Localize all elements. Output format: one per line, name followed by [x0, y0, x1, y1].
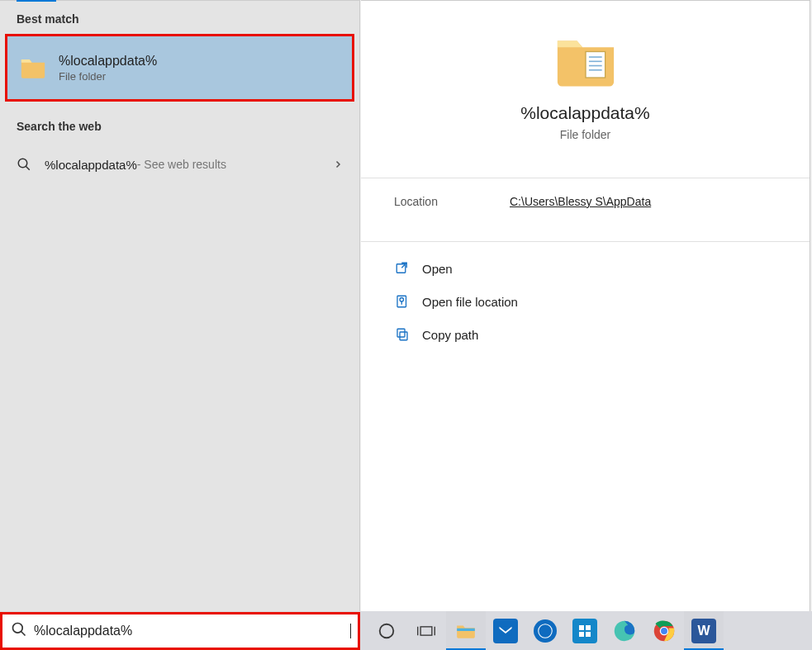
word-button[interactable]: W: [684, 611, 724, 650]
open-action[interactable]: Open: [394, 252, 776, 285]
action-label: Open file location: [422, 295, 518, 309]
taskbar-apps: W: [360, 611, 724, 650]
svg-line-1: [26, 166, 30, 170]
location-icon: [394, 293, 411, 310]
svg-rect-23: [579, 632, 584, 637]
dell-app-button[interactable]: [525, 611, 565, 650]
best-match-text: %localappdata% File folder: [59, 54, 157, 83]
copy-path-action[interactable]: Copy path: [394, 318, 776, 351]
chevron-right-icon: [333, 156, 343, 173]
preview-panel: %localappdata% File folder Location C:\U…: [361, 0, 810, 611]
svg-point-28: [661, 628, 667, 634]
svg-point-14: [380, 624, 394, 638]
actions-list: Open Open file location Copy path: [361, 242, 810, 361]
svg-point-12: [13, 623, 23, 633]
preview-subtitle: File folder: [361, 128, 810, 141]
best-match-title: %localappdata%: [59, 54, 157, 69]
taskbar: W: [0, 611, 812, 650]
best-match-subtitle: File folder: [59, 70, 157, 83]
task-view-button[interactable]: [406, 611, 446, 650]
search-web-header: Search the web: [0, 102, 359, 141]
text-caret: [350, 624, 351, 638]
file-explorer-button[interactable]: [446, 611, 486, 650]
open-icon: [394, 260, 411, 277]
search-input[interactable]: [34, 624, 349, 638]
open-file-location-action[interactable]: Open file location: [394, 285, 776, 318]
svg-rect-2: [586, 52, 605, 78]
location-row: Location C:\Users\Blessy S\AppData: [361, 178, 810, 225]
svg-rect-11: [397, 329, 405, 337]
folder-icon: [19, 54, 47, 82]
edge-button[interactable]: [605, 611, 644, 650]
svg-point-0: [18, 159, 27, 168]
active-tab-indicator: [17, 0, 56, 2]
search-results-panel: Best match %localappdata% File folder Se…: [0, 0, 360, 611]
copy-icon: [394, 326, 411, 343]
mail-button[interactable]: [486, 611, 525, 650]
svg-line-13: [21, 631, 26, 635]
preview-title: %localappdata%: [361, 103, 810, 123]
web-result-title: %localappdata%: [45, 158, 137, 172]
location-value[interactable]: C:\Users\Blessy S\AppData: [510, 195, 651, 208]
svg-rect-15: [420, 626, 432, 634]
svg-rect-24: [586, 632, 591, 637]
svg-point-9: [400, 298, 404, 302]
svg-rect-22: [586, 625, 591, 630]
search-icon: [17, 157, 31, 172]
microsoft-store-button[interactable]: [565, 611, 605, 650]
web-result-row[interactable]: %localappdata% - See web results: [0, 146, 359, 183]
svg-rect-21: [579, 625, 584, 630]
location-label: Location: [394, 195, 510, 208]
best-match-result[interactable]: %localappdata% File folder: [5, 34, 354, 102]
cortana-button[interactable]: [367, 611, 406, 650]
action-label: Copy path: [422, 328, 478, 342]
best-match-header: Best match: [0, 1, 359, 34]
taskbar-search-box[interactable]: [0, 612, 360, 650]
svg-rect-18: [457, 628, 475, 630]
chrome-button[interactable]: [644, 611, 684, 650]
action-label: Open: [422, 262, 453, 276]
folder-icon: [551, 26, 620, 95]
web-result-suffix: - See web results: [137, 158, 226, 171]
search-icon: [11, 621, 27, 641]
svg-rect-10: [400, 332, 407, 340]
